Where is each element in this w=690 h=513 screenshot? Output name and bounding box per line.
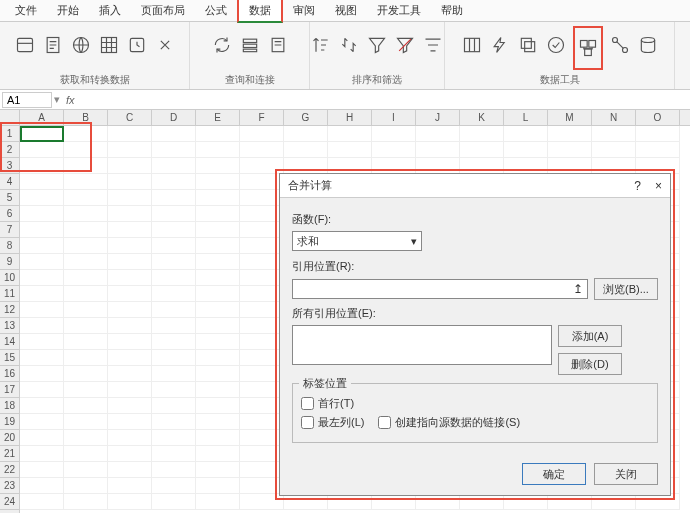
cell-H1[interactable] bbox=[328, 126, 372, 142]
cell-I1[interactable] bbox=[372, 126, 416, 142]
cell-O2[interactable] bbox=[636, 142, 680, 158]
cell-E16[interactable] bbox=[196, 366, 240, 382]
cell-H2[interactable] bbox=[328, 142, 372, 158]
cell-A13[interactable] bbox=[20, 318, 64, 334]
cell-E20[interactable] bbox=[196, 430, 240, 446]
cell-B4[interactable] bbox=[64, 174, 108, 190]
get-data-icon[interactable] bbox=[14, 26, 36, 64]
cell-B17[interactable] bbox=[64, 382, 108, 398]
col-header-G[interactable]: G bbox=[284, 110, 328, 125]
row-header-8[interactable]: 8 bbox=[0, 238, 19, 254]
cell-D4[interactable] bbox=[152, 174, 196, 190]
formula-input[interactable] bbox=[81, 91, 690, 109]
cell-C9[interactable] bbox=[108, 254, 152, 270]
all-references-list[interactable] bbox=[292, 325, 552, 365]
tab-home[interactable]: 开始 bbox=[47, 0, 89, 21]
cell-E6[interactable] bbox=[196, 206, 240, 222]
ok-button[interactable]: 确定 bbox=[522, 463, 586, 485]
row-header-13[interactable]: 13 bbox=[0, 318, 19, 334]
row-header-17[interactable]: 17 bbox=[0, 382, 19, 398]
existing-conn-icon[interactable] bbox=[154, 26, 176, 64]
row-header-14[interactable]: 14 bbox=[0, 334, 19, 350]
cell-B19[interactable] bbox=[64, 414, 108, 430]
cell-B16[interactable] bbox=[64, 366, 108, 382]
cell-C14[interactable] bbox=[108, 334, 152, 350]
cell-B14[interactable] bbox=[64, 334, 108, 350]
cell-A7[interactable] bbox=[20, 222, 64, 238]
chk-left-col-input[interactable] bbox=[301, 416, 314, 429]
cell-A10[interactable] bbox=[20, 270, 64, 286]
cell-C23[interactable] bbox=[108, 478, 152, 494]
cell-C22[interactable] bbox=[108, 462, 152, 478]
row-header-9[interactable]: 9 bbox=[0, 254, 19, 270]
cell-F2[interactable] bbox=[240, 142, 284, 158]
row-header-19[interactable]: 19 bbox=[0, 414, 19, 430]
cell-C17[interactable] bbox=[108, 382, 152, 398]
cell-E15[interactable] bbox=[196, 350, 240, 366]
cell-B21[interactable] bbox=[64, 446, 108, 462]
cell-E21[interactable] bbox=[196, 446, 240, 462]
cell-A1[interactable] bbox=[20, 126, 64, 142]
cell-B5[interactable] bbox=[64, 190, 108, 206]
row-header-6[interactable]: 6 bbox=[0, 206, 19, 222]
cell-A3[interactable] bbox=[20, 158, 64, 174]
cell-F1[interactable] bbox=[240, 126, 284, 142]
row-header-12[interactable]: 12 bbox=[0, 302, 19, 318]
col-header-L[interactable]: L bbox=[504, 110, 548, 125]
cell-D1[interactable] bbox=[152, 126, 196, 142]
cell-C1[interactable] bbox=[108, 126, 152, 142]
cell-D5[interactable] bbox=[152, 190, 196, 206]
cell-A9[interactable] bbox=[20, 254, 64, 270]
text-to-columns-icon[interactable] bbox=[461, 26, 483, 64]
cell-A20[interactable] bbox=[20, 430, 64, 446]
cell-E3[interactable] bbox=[196, 158, 240, 174]
delete-button[interactable]: 删除(D) bbox=[558, 353, 622, 375]
cell-E12[interactable] bbox=[196, 302, 240, 318]
name-box[interactable] bbox=[2, 92, 52, 108]
cell-C4[interactable] bbox=[108, 174, 152, 190]
cell-A24[interactable] bbox=[20, 494, 64, 510]
cell-C15[interactable] bbox=[108, 350, 152, 366]
dialog-help-icon[interactable]: ? bbox=[634, 179, 641, 193]
sort-asc-icon[interactable] bbox=[310, 26, 332, 64]
row-header-4[interactable]: 4 bbox=[0, 174, 19, 190]
col-header-K[interactable]: K bbox=[460, 110, 504, 125]
cell-E9[interactable] bbox=[196, 254, 240, 270]
cell-A14[interactable] bbox=[20, 334, 64, 350]
cell-C12[interactable] bbox=[108, 302, 152, 318]
tab-insert[interactable]: 插入 bbox=[89, 0, 131, 21]
cell-A23[interactable] bbox=[20, 478, 64, 494]
cell-A11[interactable] bbox=[20, 286, 64, 302]
cell-B7[interactable] bbox=[64, 222, 108, 238]
cell-B11[interactable] bbox=[64, 286, 108, 302]
cell-C16[interactable] bbox=[108, 366, 152, 382]
cell-A21[interactable] bbox=[20, 446, 64, 462]
relationships-icon[interactable] bbox=[609, 26, 631, 64]
cell-D12[interactable] bbox=[152, 302, 196, 318]
cell-M2[interactable] bbox=[548, 142, 592, 158]
cell-C6[interactable] bbox=[108, 206, 152, 222]
cell-C5[interactable] bbox=[108, 190, 152, 206]
cell-M1[interactable] bbox=[548, 126, 592, 142]
cell-E10[interactable] bbox=[196, 270, 240, 286]
tab-file[interactable]: 文件 bbox=[5, 0, 47, 21]
cell-D3[interactable] bbox=[152, 158, 196, 174]
tab-view[interactable]: 视图 bbox=[325, 0, 367, 21]
data-validation-icon[interactable] bbox=[545, 26, 567, 64]
cell-E1[interactable] bbox=[196, 126, 240, 142]
cell-A18[interactable] bbox=[20, 398, 64, 414]
cell-B8[interactable] bbox=[64, 238, 108, 254]
cell-B9[interactable] bbox=[64, 254, 108, 270]
from-web-icon[interactable] bbox=[70, 26, 92, 64]
cell-D15[interactable] bbox=[152, 350, 196, 366]
row-header-11[interactable]: 11 bbox=[0, 286, 19, 302]
cell-C7[interactable] bbox=[108, 222, 152, 238]
col-header-C[interactable]: C bbox=[108, 110, 152, 125]
queries-icon[interactable] bbox=[239, 26, 261, 64]
clear-filter-icon[interactable] bbox=[394, 26, 416, 64]
cell-E13[interactable] bbox=[196, 318, 240, 334]
flash-fill-icon[interactable] bbox=[489, 26, 511, 64]
cell-I2[interactable] bbox=[372, 142, 416, 158]
cell-A5[interactable] bbox=[20, 190, 64, 206]
cell-J2[interactable] bbox=[416, 142, 460, 158]
